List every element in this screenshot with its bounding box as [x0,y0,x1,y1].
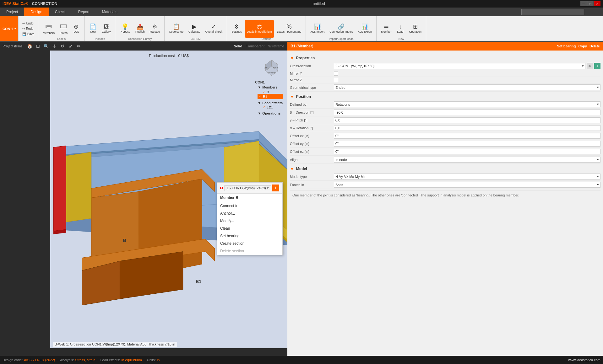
conn-import-button[interactable]: 🔗 Connection Import [328,20,355,38]
model-toggle[interactable]: ▼ [290,166,294,171]
rotate-icon[interactable]: ↺ [59,43,66,50]
redo-icon: ↪ [22,27,25,30]
cross-section-edit-button[interactable]: ✏ [587,63,593,69]
minimize-button[interactable]: ─ [580,1,587,6]
search-input[interactable] [521,9,584,15]
offset-ey-input[interactable]: 0" [334,141,600,147]
new-load-button[interactable]: ↓ Load [394,20,406,38]
new-pictures-button[interactable]: 📄 New [87,20,99,38]
tab-design[interactable]: Design [24,8,48,16]
context-modify[interactable]: Modify... [217,217,282,225]
module-label: CONNECTION [32,2,57,6]
view-cube[interactable]: Bottom Left Front [261,55,283,77]
member-b-item[interactable]: ✓ B [258,89,283,94]
pan-icon[interactable]: ✛ [51,43,58,50]
view-modes: Solid Transparent Wireframe [231,44,287,48]
xls-import-button[interactable]: 📊 XLS Import [308,20,326,38]
lcs-button[interactable]: ⊕ LCS [71,20,82,38]
close-button[interactable]: ✕ [594,1,600,6]
properties-title: Properties [296,56,315,60]
delete-header-btn[interactable]: Delete [589,44,600,48]
new-load-label: Load [397,30,403,34]
redo-button[interactable]: ↪ Redo [21,26,36,31]
calculate-button[interactable]: ▶ Calculate [187,20,202,38]
copy-header-btn[interactable]: Copy [578,44,587,48]
website-link[interactable]: www.ideastatica.com [568,358,600,362]
fit-icon[interactable]: ⤢ [67,43,74,50]
plates-button[interactable]: Plates [58,20,69,38]
publish-button[interactable]: 📤 Publish [133,20,147,38]
tab-check[interactable]: Check [49,8,72,16]
geo-type-dropdown[interactable]: Ended ▾ [334,84,600,90]
defined-by-value: Rotations ▾ [334,101,600,107]
le1-item[interactable]: ✓ LE1 [258,105,283,110]
app-logo: IDEA StatiCa® CONNECTION [3,2,57,6]
paint-icon[interactable]: ✏ [75,43,82,50]
member-b1-item[interactable]: ✓ B1 [258,94,283,99]
tab-materials[interactable]: Materials [96,8,124,16]
pitch-input[interactable]: 0,0 [334,117,600,123]
zoom-fit-icon[interactable]: ⊡ [35,43,41,50]
position-toggle[interactable]: ▼ [290,94,294,99]
overall-check-button[interactable]: ✓ Overall check [204,20,225,38]
align-dropdown[interactable]: In node ▾ [334,157,600,163]
svg-text:Front: Front [273,67,278,69]
tab-report[interactable]: Report [72,8,96,16]
viewport[interactable]: Production cost - 0 US$ Bottom Left Fron… [50,51,287,348]
direction-input[interactable]: -90,0 [334,110,600,115]
view-transparent[interactable]: Transparent [246,44,264,48]
manage-button[interactable]: ⚙ Manage [148,20,162,38]
propose-button[interactable]: 💡 Propose [118,20,132,38]
view-solid[interactable]: Solid [234,44,242,48]
import-export-group: 📊 XLS Import 🔗 Connection Import 📊 XLS E… [306,16,377,41]
loads-equilibrium-button[interactable]: ⚖ Loads in equilibrium [245,20,274,38]
maximize-button[interactable]: □ [587,1,594,6]
mirror-y-checkbox[interactable] [334,71,338,76]
add-member-button[interactable]: + [272,185,279,191]
undo-button[interactable]: ↩ Undo [21,21,36,26]
context-connect-to[interactable]: Connect to... [217,202,282,210]
zoom-out-icon[interactable]: 🔍 [43,43,50,50]
mirror-z-checkbox[interactable] [334,78,338,82]
members-button[interactable]: Members [41,20,57,38]
xls-export-button[interactable]: 📊 XLS Export [356,20,374,38]
xls-import-icon: 📊 [314,24,321,29]
rotation-row: α – Rotation [°] 0,0 [290,124,600,132]
model-type-label: Model type [290,175,334,179]
save-button[interactable]: 💾 Save [21,32,36,36]
defined-by-dropdown[interactable]: Rotations ▾ [334,101,600,107]
mirror-y-label: Mirror Y [290,72,334,75]
model-type-dropdown[interactable]: N-Vy-Vz-Mx-My-Mz ▾ [334,174,600,179]
code-setup-button[interactable]: 📋 Code setup [167,20,185,38]
cross-section-add-button[interactable]: + [594,63,600,69]
context-anchor[interactable]: Anchor... [217,210,282,217]
offset-ex-input[interactable]: 0" [334,133,600,139]
home-icon[interactable]: 🏠 [26,43,33,50]
tab-project[interactable]: Project [0,8,24,16]
properties-toggle[interactable]: ▼ [290,56,294,61]
con1-badge[interactable]: CON 1 ▾ [0,16,19,41]
cross-section-dropdown[interactable]: 2 - CON1 (W(Imp)10X60) ▾ [334,63,585,69]
offset-ez-value: 0" [334,149,600,154]
load-effects-title: ▼ Load effects [258,101,283,105]
view-wireframe[interactable]: Wireframe [268,44,284,48]
member-dropdown[interactable]: 1 - CON1 (W(Imp)12X79) ▾ [225,185,271,191]
forces-in-dropdown[interactable]: Bolts ▾ [334,182,600,188]
set-bearing-header-btn[interactable]: Set bearing [557,44,576,48]
loads-pct-button[interactable]: % Loads - percentage [275,20,303,38]
context-create-section[interactable]: Create section [217,240,282,247]
context-clean[interactable]: Clean [217,225,282,232]
rotation-input[interactable]: 0,0 [334,125,600,131]
publish-icon: 📤 [137,24,144,29]
context-set-bearing[interactable]: Set bearing [217,232,282,240]
offset-ez-input[interactable]: 0" [334,149,600,154]
new-operation-button[interactable]: ⊞ Operation [407,20,423,38]
ops-label: Operations [262,111,280,115]
gallery-button[interactable]: 🖼 Gallery [100,20,113,38]
rotation-value: 0,0 [334,125,600,131]
settings-button[interactable]: ⚙ Settings [230,20,244,38]
new-member-icon: ═ [384,24,388,29]
new-member-button[interactable]: ═ Member [379,20,393,38]
offset-ez-label: Offset ez [in] [290,150,334,153]
member-dropdown-row: 1 - CON1 (W(Imp)12X79) ▾ + [220,185,279,191]
